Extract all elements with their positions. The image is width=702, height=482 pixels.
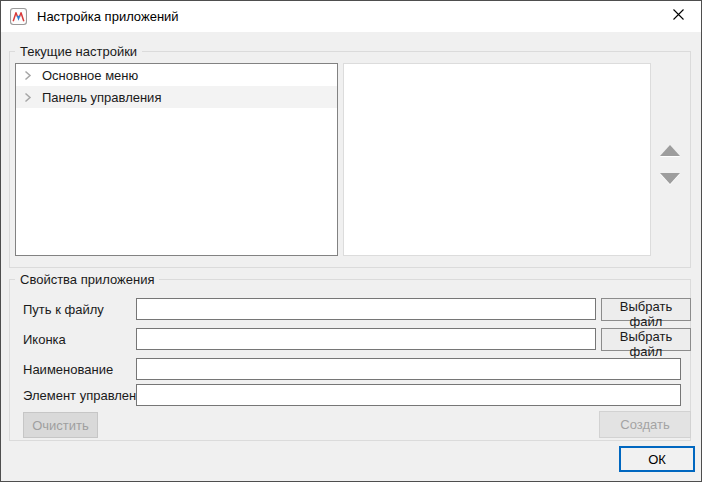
settings-dialog: Настройка приложений Текущие настройки О… — [0, 0, 702, 482]
tree-item-main-menu[interactable]: Основное меню — [16, 64, 337, 86]
move-up-button[interactable] — [656, 139, 684, 161]
tree-item-label: Панель управления — [42, 90, 161, 105]
ok-button[interactable]: ОК — [619, 446, 695, 472]
app-logo-icon — [10, 8, 27, 25]
app-properties-legend: Свойства приложения — [15, 271, 159, 288]
choose-file-button[interactable]: Выбрать файл — [601, 298, 691, 321]
current-settings-legend: Текущие настройки — [15, 43, 142, 60]
file-path-label: Путь к файлу — [23, 299, 104, 321]
detail-list[interactable] — [343, 63, 651, 256]
title-bar: Настройка приложений — [1, 1, 701, 32]
clear-button[interactable]: Очистить — [23, 412, 98, 438]
file-path-input[interactable] — [136, 298, 596, 320]
settings-tree[interactable]: Основное меню Панель управления — [15, 63, 338, 256]
move-down-button[interactable] — [656, 167, 684, 189]
chevron-right-icon[interactable] — [24, 70, 32, 81]
arrow-up-icon — [660, 145, 680, 156]
chevron-right-icon[interactable] — [24, 92, 32, 103]
arrow-down-icon — [660, 173, 680, 184]
close-button[interactable] — [656, 1, 701, 31]
control-element-label: Элемент управления — [23, 385, 151, 407]
window-title: Настройка приложений — [37, 9, 179, 24]
control-element-input[interactable] — [136, 384, 681, 406]
tree-item-control-panel[interactable]: Панель управления — [16, 86, 337, 108]
tree-item-label: Основное меню — [42, 68, 138, 83]
create-button[interactable]: Создать — [599, 411, 691, 438]
name-label: Наименование — [23, 359, 113, 381]
close-icon — [672, 8, 685, 24]
name-input[interactable] — [136, 358, 681, 380]
choose-icon-file-button[interactable]: Выбрать файл — [601, 328, 691, 351]
icon-input[interactable] — [136, 328, 596, 350]
icon-label: Иконка — [23, 329, 66, 351]
